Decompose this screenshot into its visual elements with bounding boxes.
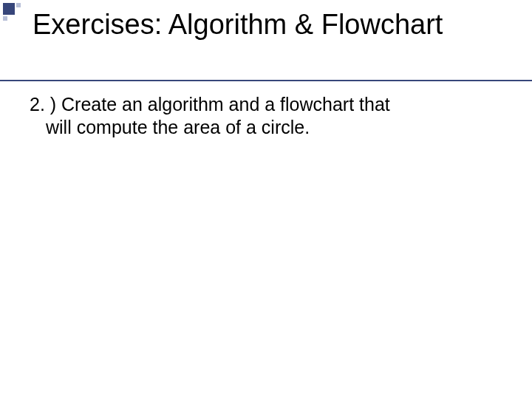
body-line-2: will compute the area of a circle.	[30, 116, 488, 139]
slide-title: Exercises: Algorithm & Flowchart	[33, 9, 517, 41]
slide-bullet-decor	[0, 0, 27, 27]
body-line-1: 2. ) Create an algorithm and a flowchart…	[30, 94, 390, 115]
bullet-square-large	[3, 3, 15, 15]
bullet-square-small-left	[3, 16, 7, 21]
bullet-square-small-top	[16, 3, 21, 7]
slide-body: 2. ) Create an algorithm and a flowchart…	[30, 93, 488, 140]
title-underline	[0, 80, 532, 81]
